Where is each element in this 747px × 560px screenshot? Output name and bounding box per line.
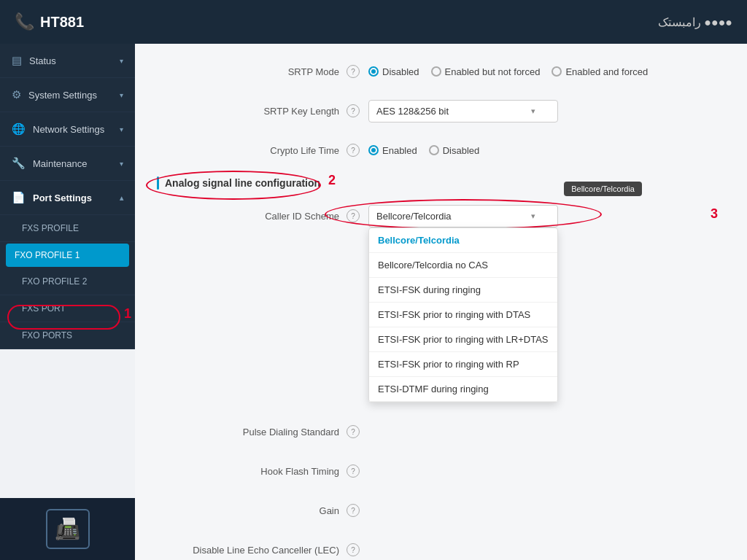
fxo-profile-2-label: FXO PROFILE 2 (22, 276, 87, 287)
caller-id-scheme-label: Caller ID Scheme (157, 211, 347, 222)
caller-id-dropdown-menu: Bellcore/Telcordia Bellcore/Telcordia no… (368, 228, 558, 402)
srtp-enabled-not-forced-option[interactable]: Enabled but not forced (431, 66, 541, 77)
srtp-mode-help-icon[interactable]: ? (347, 65, 360, 78)
lec-row: Disable Line Echo Canceller (LEC) ? (157, 537, 725, 560)
sidebar-subitem-fxo-profile-2[interactable]: FXO PROFILE 2 (0, 268, 135, 295)
crypto-lifetime-row: Crypto Life Time ? Enabled Disabled (157, 137, 725, 163)
fxo-ports-label: FXO PORTS (22, 330, 72, 341)
pulse-dialing-row: Pulse Dialing Standard ? (157, 419, 725, 445)
pulse-dialing-label: Pulse Dialing Standard (157, 427, 347, 438)
srtp-enabled-forced-radio[interactable] (551, 66, 562, 77)
dropdown-item-etsi-fsk-lr-dtas[interactable]: ETSI-FSK prior to ringing with LR+DTAS (369, 327, 557, 352)
dropdown-item-bellcore-no-cas-label: Bellcore/Telcordia no CAS (378, 260, 488, 271)
sidebar-label-maintenance: Maintenance (33, 158, 87, 169)
dropdown-item-etsi-dtmf[interactable]: ETSI-DTMF during ringing (369, 377, 557, 402)
fxs-port-label: FXS PORT (22, 303, 66, 314)
caller-id-scheme-value: Bellcore/Telcordia (376, 211, 452, 222)
brand-logo: رامبستک ●●●● (658, 15, 732, 29)
dropdown-item-etsi-fsk-dtas[interactable]: ETSI-FSK prior to ringing with DTAS (369, 303, 557, 327)
crypto-enabled-label: Enabled (382, 145, 417, 156)
srtp-key-length-controls: AES 128&256 bit ▾ (368, 100, 725, 122)
caller-id-scheme-row: Caller ID Scheme ? Bellcore/Telcordia ▾ … (157, 203, 725, 229)
dropdown-item-bellcore-label: Bellcore/Telcordia (378, 235, 460, 246)
srtp-mode-label: SRTP Mode (157, 66, 347, 77)
pulse-dialing-help-icon[interactable]: ? (347, 425, 360, 438)
dropdown-item-bellcore[interactable]: Bellcore/Telcordia (369, 228, 557, 253)
chevron-down-icon: ▾ (531, 211, 535, 221)
sidebar-subitem-fxo-ports[interactable]: FXO PORTS (0, 322, 135, 349)
srtp-disabled-label: Disabled (382, 66, 419, 77)
crypto-enabled-option[interactable]: Enabled (368, 145, 417, 156)
phone-icon-box: 📠 (46, 509, 90, 549)
sidebar-item-port-settings[interactable]: 📄 Port Settings ▴ (0, 181, 135, 215)
dropdown-item-bellcore-no-cas[interactable]: Bellcore/Telcordia no CAS (369, 253, 557, 278)
dropdown-item-etsi-fsk-rp[interactable]: ETSI-FSK prior to ringing with RP (369, 352, 557, 377)
srtp-enabled-forced-label: Enabled and forced (565, 66, 648, 77)
srtp-key-length-select[interactable]: AES 128&256 bit ▾ (368, 100, 558, 122)
chevron-up-icon: ▴ (120, 194, 123, 202)
crypto-disabled-option[interactable]: Disabled (429, 145, 480, 156)
chevron-icon: ▾ (120, 57, 123, 65)
main-content: SRTP Mode ? Disabled Enabled but not for… (135, 44, 747, 560)
hook-flash-row: Hook Flash Timing ? (157, 458, 725, 484)
gain-row: Gain ? (157, 497, 725, 524)
section-header-text: Analog signal line configuration (165, 177, 320, 189)
crypto-disabled-label: Disabled (443, 145, 480, 156)
sidebar-label-network-settings: Network Settings (33, 124, 104, 135)
caller-id-scheme-controls: Bellcore/Telcordia ▾ Bellcore/Telcordia … (368, 205, 725, 228)
hook-flash-label: Hook Flash Timing (157, 466, 347, 477)
sidebar-item-system-settings[interactable]: ⚙ System Settings ▾ (0, 78, 135, 112)
caller-id-scheme-help-icon[interactable]: ? (347, 209, 360, 222)
sidebar-subitem-fxo-profile-1[interactable]: FXO PROFILE 1 (6, 244, 129, 267)
dropdown-item-etsi-fsk-ringing[interactable]: ETSI-FSK during ringing (369, 278, 557, 303)
crypto-disabled-radio[interactable] (429, 145, 439, 155)
sidebar-bottom: 📠 (0, 498, 135, 560)
sidebar-item-network-settings[interactable]: 🌐 Network Settings ▾ (0, 112, 135, 147)
srtp-key-length-label: SRTP Key Length (157, 106, 347, 117)
fxo-profile-1-label: FXO PROFILE 1 (15, 250, 80, 260)
sidebar-label-system-settings: System Settings (28, 90, 97, 101)
caller-id-scheme-select[interactable]: Bellcore/Telcordia ▾ (368, 205, 558, 228)
sidebar-item-maintenance[interactable]: 🔧 Maintenance ▾ (0, 147, 135, 181)
chevron-down-icon: ▾ (531, 106, 535, 116)
sidebar-item-status[interactable]: ▤ Status ▾ (0, 44, 135, 78)
sidebar-wrapper: ▤ Status ▾ ⚙ System Settings ▾ 🌐 Network… (0, 44, 135, 560)
srtp-enabled-not-forced-radio[interactable] (431, 66, 441, 77)
srtp-mode-controls: Disabled Enabled but not forced Enabled … (368, 66, 725, 77)
sidebar-subitem-fxs-profile[interactable]: FXS PROFILE (0, 215, 135, 242)
brand-text: رامبستک ●●●● (658, 16, 732, 28)
srtp-disabled-option[interactable]: Disabled (368, 66, 419, 77)
srtp-key-length-row: SRTP Key Length ? AES 128&256 bit ▾ (157, 98, 725, 124)
srtp-key-length-help-icon[interactable]: ? (347, 104, 360, 117)
sidebar-subitem-fxs-port[interactable]: FXS PORT (0, 295, 135, 322)
system-settings-icon: ⚙ (12, 88, 21, 101)
app-header: 📞 HT881 رامبستک ●●●● (0, 0, 747, 44)
dropdown-item-etsi-dtmf-label: ETSI-DTMF during ringing (378, 384, 489, 394)
chevron-icon: ▾ (120, 125, 123, 133)
maintenance-icon: 🔧 (12, 157, 26, 170)
srtp-mode-row: SRTP Mode ? Disabled Enabled but not for… (157, 58, 725, 85)
chevron-icon: ▾ (120, 91, 123, 99)
caller-id-scheme-dropdown-container: Bellcore/Telcordia ▾ Bellcore/Telcordia … (368, 205, 558, 228)
srtp-enabled-forced-option[interactable]: Enabled and forced (551, 66, 648, 77)
logo-icon: 📞 (15, 12, 34, 31)
annotation-2: 2 (328, 173, 336, 188)
chevron-icon: ▾ (120, 160, 123, 168)
dropdown-item-etsi-fsk-rp-label: ETSI-FSK prior to ringing with RP (378, 359, 519, 370)
srtp-disabled-radio[interactable] (368, 66, 379, 77)
hook-flash-help-icon[interactable]: ? (347, 464, 360, 478)
sidebar-label-status: Status (29, 55, 56, 66)
dropdown-item-etsi-fsk-dtas-label: ETSI-FSK prior to ringing with DTAS (378, 309, 530, 320)
main-layout: ▤ Status ▾ ⚙ System Settings ▾ 🌐 Network… (0, 44, 747, 560)
section-bar (157, 176, 159, 190)
crypto-lifetime-help-icon[interactable]: ? (347, 144, 360, 157)
crypto-enabled-radio[interactable] (368, 145, 379, 155)
annotation-3: 3 (711, 206, 718, 222)
gain-help-icon[interactable]: ? (347, 504, 360, 517)
lec-help-icon[interactable]: ? (347, 543, 360, 556)
dropdown-tooltip: Bellcore/Telcordia (564, 182, 642, 196)
sidebar-label-port-settings: Port Settings (33, 192, 92, 203)
port-settings-icon: 📄 (12, 191, 26, 204)
gain-label: Gain (157, 505, 347, 516)
srtp-key-length-value: AES 128&256 bit (376, 106, 449, 117)
